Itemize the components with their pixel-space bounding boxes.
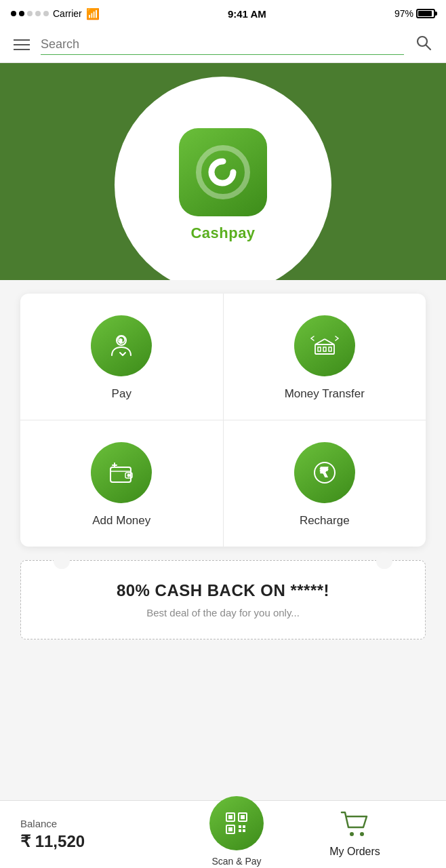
search-bar	[0, 27, 446, 63]
wifi-icon: 📶	[86, 7, 100, 20]
money-transfer-button[interactable]: Money Transfer	[223, 294, 426, 420]
signal-dots	[11, 11, 49, 16]
pay-button[interactable]: $ Pay	[20, 294, 223, 420]
promo-title: 80% CASH BACK ON *****!	[35, 581, 411, 600]
status-right: 97%	[394, 8, 435, 19]
money-transfer-label: Money Transfer	[285, 387, 365, 401]
battery-percent: 97%	[394, 8, 413, 19]
shopping-cart-icon	[340, 811, 370, 837]
scan-pay-button[interactable]: Scan & Pay	[196, 803, 277, 867]
status-time: 9:41 AM	[228, 8, 266, 20]
svg-point-27	[350, 832, 354, 836]
bottom-bar: Balance ₹ 11,520 Scan & Pay	[0, 800, 446, 868]
recharge-icon-circle: ₹	[294, 442, 355, 503]
pay-label: Pay	[112, 387, 131, 401]
battery-icon	[416, 9, 435, 18]
status-bar: Carrier 📶 9:41 AM 97%	[0, 0, 446, 27]
promo-subtitle: Best deal of the day for you only...	[35, 607, 411, 618]
svg-text:$: $	[119, 338, 122, 344]
svg-rect-25	[239, 829, 241, 832]
add-money-icon-circle	[91, 442, 152, 503]
add-money-icon	[106, 458, 136, 488]
svg-rect-26	[243, 829, 245, 832]
carrier-label: Carrier	[53, 8, 82, 19]
search-input[interactable]	[41, 35, 404, 54]
pay-icon: $	[106, 331, 136, 361]
qr-icon	[221, 808, 252, 839]
promo-banner[interactable]: 80% CASH BACK ON *****! Best deal of the…	[20, 560, 426, 639]
app-name: Cashpay	[190, 224, 255, 242]
signal-dot-1	[11, 11, 16, 16]
grid-row-top: $ Pay Money Tra	[20, 294, 426, 420]
signal-dot-5	[43, 11, 49, 16]
status-left: Carrier 📶	[11, 7, 100, 20]
battery-fill	[418, 11, 432, 16]
svg-rect-9	[318, 347, 321, 351]
money-transfer-icon	[310, 331, 340, 361]
app-logo-box	[179, 128, 267, 216]
svg-rect-24	[243, 825, 245, 828]
svg-rect-22	[228, 827, 232, 831]
cart-icon	[340, 811, 370, 843]
my-orders-button[interactable]: My Orders	[277, 811, 446, 858]
hero-logo-circle: Cashpay	[115, 77, 331, 280]
svg-point-28	[360, 832, 364, 836]
svg-rect-23	[239, 825, 241, 828]
svg-rect-10	[323, 347, 326, 351]
cashpay-logo-svg	[196, 145, 250, 199]
promo-notch-bottom-left	[54, 553, 70, 569]
add-money-button[interactable]: Add Money	[20, 420, 223, 547]
recharge-label: Recharge	[300, 514, 350, 528]
money-transfer-icon-circle	[294, 315, 355, 376]
balance-label: Balance	[20, 818, 176, 829]
hero-section: Cashpay	[0, 63, 446, 280]
signal-dot-3	[27, 11, 33, 16]
svg-point-14	[128, 475, 130, 477]
balance-section: Balance ₹ 11,520	[0, 807, 196, 862]
signal-dot-2	[19, 11, 24, 16]
svg-line-1	[426, 45, 431, 50]
qr-circle	[209, 796, 264, 850]
svg-text:₹: ₹	[320, 466, 328, 479]
svg-point-2	[199, 148, 247, 197]
hamburger-menu-icon[interactable]	[14, 39, 30, 50]
grid-row-bottom: Add Money ₹ Recharge	[20, 420, 426, 547]
svg-rect-18	[228, 815, 232, 819]
add-money-label: Add Money	[92, 514, 150, 528]
search-icon[interactable]	[415, 34, 432, 56]
svg-rect-20	[241, 815, 245, 819]
svg-line-8	[325, 339, 334, 344]
services-grid-card: $ Pay Money Tra	[20, 294, 426, 547]
svg-line-7	[315, 339, 325, 344]
balance-amount: ₹ 11,520	[20, 832, 176, 851]
recharge-icon: ₹	[310, 458, 340, 488]
pay-icon-circle: $	[91, 315, 152, 376]
search-input-wrap[interactable]	[41, 35, 404, 55]
promo-notch-bottom-right	[376, 553, 392, 569]
my-orders-label: My Orders	[329, 846, 380, 858]
scan-pay-label: Scan & Pay	[211, 856, 261, 867]
svg-rect-11	[329, 347, 331, 351]
recharge-button[interactable]: ₹ Recharge	[223, 420, 426, 547]
signal-dot-4	[35, 11, 41, 16]
